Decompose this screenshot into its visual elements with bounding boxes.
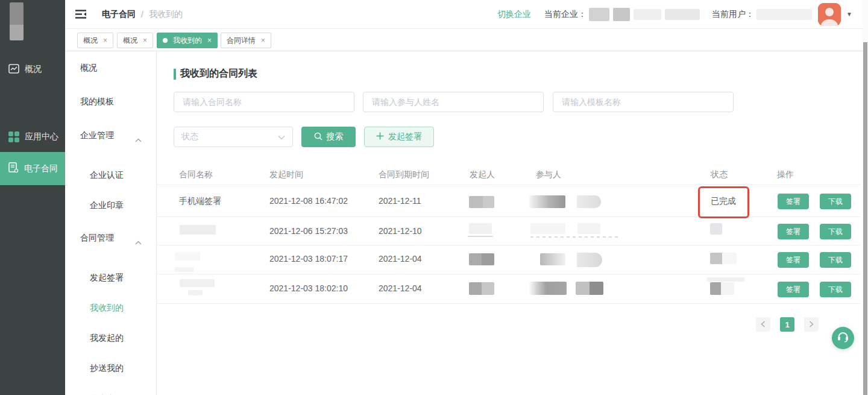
redaction-artifact <box>530 236 621 238</box>
sidebar-item-voided-contracts[interactable]: 作废合同 <box>65 391 156 395</box>
primary-nav-label: 应用中心 <box>25 131 58 142</box>
table-row: 手机端签署 2021-12-08 16:47:02 2021-12-11 已完成… <box>157 185 861 217</box>
cell-start-time: 2021-12-03 18:02:10 <box>269 283 348 293</box>
sidebar-group-contract-mgmt[interactable]: 合同管理 <box>65 230 156 245</box>
search-button[interactable]: 搜索 <box>301 127 356 147</box>
close-icon[interactable]: × <box>261 36 265 45</box>
current-user-value-redacted <box>756 9 812 20</box>
sidebar-item-company-auth[interactable]: 企业认证 <box>65 167 156 183</box>
open-tabs-bar: 概况 × 概况 × 我收到的 × 合同详情 × <box>65 30 868 51</box>
current-user-label: 当前用户： <box>712 9 754 20</box>
table-row: 2021-12-03 18:02:10 2021-12-04 签署 下载 <box>157 274 861 304</box>
title-accent-bar <box>174 69 176 80</box>
primary-sidebar: 概况 应用中心 电子合同 <box>0 0 65 395</box>
tab-label: 概况 <box>83 36 98 46</box>
tab-label: 合同详情 <box>227 36 256 46</box>
sign-button[interactable]: 签署 <box>778 224 809 239</box>
initiator-redacted-blob <box>469 196 494 208</box>
active-dot-icon <box>163 38 168 43</box>
secondary-sidebar: 概况 我的模板 企业管理 企业认证 企业印章 合同管理 发起签署 我收到的 我发… <box>65 51 157 395</box>
sign-button[interactable]: 签署 <box>778 282 809 297</box>
close-icon[interactable]: × <box>207 36 212 45</box>
participant-name-input[interactable] <box>363 92 544 112</box>
sidebar-item-initiate-sign[interactable]: 发起签署 <box>65 270 156 285</box>
breadcrumb: 电子合同 / 我收到的 <box>102 9 183 20</box>
app-logo <box>10 2 24 40</box>
chevron-up-icon <box>135 131 142 147</box>
tab-received-active[interactable]: 我收到的 × <box>157 33 218 48</box>
download-button[interactable]: 下载 <box>820 282 851 297</box>
close-icon[interactable]: × <box>143 36 147 45</box>
tab-overview-1[interactable]: 概况 × <box>77 33 113 48</box>
contract-name-redacted-blob <box>188 290 203 295</box>
cell-contract-name: 手机端签署 <box>179 196 221 207</box>
chevron-right-icon <box>809 319 814 330</box>
cell-start-time: 2021-12-08 16:47:02 <box>269 196 348 206</box>
contract-document-icon <box>8 162 19 175</box>
tab-overview-2[interactable]: 概况 × <box>117 33 153 48</box>
sidebar-item-initiated-by-me[interactable]: 我发起的 <box>65 330 156 346</box>
chart-icon <box>8 64 19 75</box>
breadcrumb-root[interactable]: 电子合同 <box>102 9 136 20</box>
sign-button[interactable]: 签署 <box>778 194 809 209</box>
participant-redacted-blob <box>530 223 565 234</box>
primary-nav-label: 概况 <box>25 64 42 75</box>
primary-nav-app-center[interactable]: 应用中心 <box>0 124 65 150</box>
customer-service-button[interactable] <box>832 327 854 349</box>
download-button[interactable]: 下载 <box>820 194 851 209</box>
contract-name-redacted-blob <box>175 252 200 261</box>
contract-name-redacted-blob <box>175 267 194 272</box>
pagination-page-1[interactable]: 1 <box>780 317 794 332</box>
participant-redacted-blob <box>577 223 600 234</box>
tab-contract-detail[interactable]: 合同详情 × <box>221 33 271 48</box>
app-window: 概况 应用中心 电子合同 电子合同 / 我收到的 切换企业 当前企业： <box>0 0 868 395</box>
menu-fold-icon[interactable] <box>75 10 87 19</box>
switch-company-link[interactable]: 切换企业 <box>497 9 531 20</box>
table-header: 合同名称 发起时间 合同到期时间 发起人 参与人 状态 操作 <box>157 163 861 185</box>
user-menu-caret-icon[interactable]: ▼ <box>846 11 852 17</box>
sidebar-item-my-templates[interactable]: 我的模板 <box>65 93 156 109</box>
status-select[interactable]: 状态 <box>174 127 293 147</box>
primary-nav-econtract[interactable]: 电子合同 <box>0 152 65 185</box>
chevron-left-icon <box>761 319 766 330</box>
close-icon[interactable]: × <box>103 36 107 45</box>
chevron-down-icon <box>278 131 285 142</box>
initiate-sign-button[interactable]: 发起签署 <box>364 127 434 147</box>
contract-name-input[interactable] <box>174 92 354 112</box>
participant-redacted-blob <box>576 282 603 295</box>
scrollbar-thumb[interactable] <box>863 42 867 395</box>
template-name-input[interactable] <box>553 92 734 112</box>
tab-label: 概况 <box>123 36 137 46</box>
redaction-artifact <box>706 277 745 282</box>
current-company-value-redacted <box>589 8 700 21</box>
initiator-redacted-blob <box>469 223 492 234</box>
pagination-prev-button[interactable] <box>756 317 770 332</box>
status-redacted-blob <box>710 282 734 295</box>
cell-start-time: 2021-12-03 18:07:17 <box>269 254 348 264</box>
apps-grid-icon <box>8 131 19 142</box>
participant-redacted-blob <box>577 253 602 267</box>
contract-name-redacted-blob <box>180 279 215 287</box>
download-button[interactable]: 下载 <box>820 252 851 268</box>
sidebar-item-received[interactable]: 我收到的 <box>65 300 156 315</box>
scrollbar <box>863 0 868 395</box>
cell-start-time: 2021-12-06 15:27:03 <box>269 226 348 236</box>
annotation-highlight-box <box>698 186 749 218</box>
sign-button[interactable]: 签署 <box>778 252 809 268</box>
download-button[interactable]: 下载 <box>820 224 851 239</box>
table-row: 2021-12-03 18:07:17 2021-12-04 签署 下载 <box>157 245 861 274</box>
participant-redacted-blob <box>577 195 601 208</box>
participant-redacted-blob <box>529 195 565 208</box>
redaction-artifact <box>468 236 493 237</box>
top-header: 电子合同 / 我收到的 切换企业 当前企业： 当前用户： ▼ <box>65 0 868 29</box>
sidebar-group-company-mgmt[interactable]: 企业管理 <box>65 127 156 143</box>
primary-nav-overview[interactable]: 概况 <box>0 57 65 82</box>
pagination-next-button[interactable] <box>804 317 819 332</box>
tab-label: 我收到的 <box>173 36 202 46</box>
sidebar-item-overview[interactable]: 概况 <box>65 60 156 75</box>
initiator-redacted-blob <box>469 253 494 265</box>
page-title: 我收到的合同列表 <box>174 68 257 80</box>
sidebar-item-cc-to-me[interactable]: 抄送我的 <box>65 360 156 376</box>
sidebar-item-company-seal[interactable]: 企业印章 <box>65 197 156 213</box>
user-avatar[interactable] <box>818 3 841 26</box>
